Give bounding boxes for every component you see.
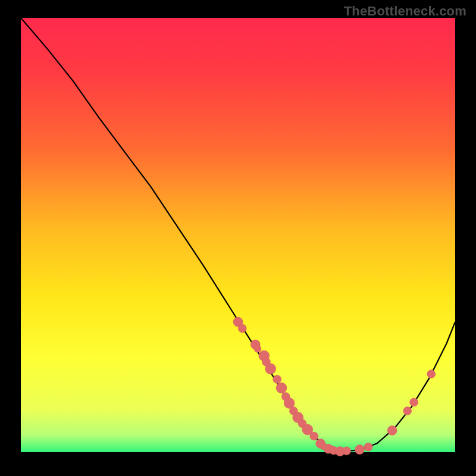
curve-marker xyxy=(310,432,318,440)
bottleneck-curve-chart xyxy=(0,0,476,476)
plot-background xyxy=(21,18,455,452)
curve-marker xyxy=(403,407,412,415)
curve-marker xyxy=(387,426,397,436)
curve-marker xyxy=(427,370,436,378)
curve-marker xyxy=(364,443,372,451)
curve-marker xyxy=(343,447,351,455)
curve-marker xyxy=(265,364,276,374)
watermark-text: TheBottleneck.com xyxy=(344,4,466,19)
curve-marker xyxy=(273,375,281,383)
curve-marker xyxy=(254,345,261,352)
curve-marker xyxy=(410,398,418,406)
curve-marker xyxy=(276,383,287,393)
curve-marker xyxy=(238,324,246,333)
chart-stage: TheBottleneck.com xyxy=(0,0,476,476)
curve-marker xyxy=(355,445,364,455)
